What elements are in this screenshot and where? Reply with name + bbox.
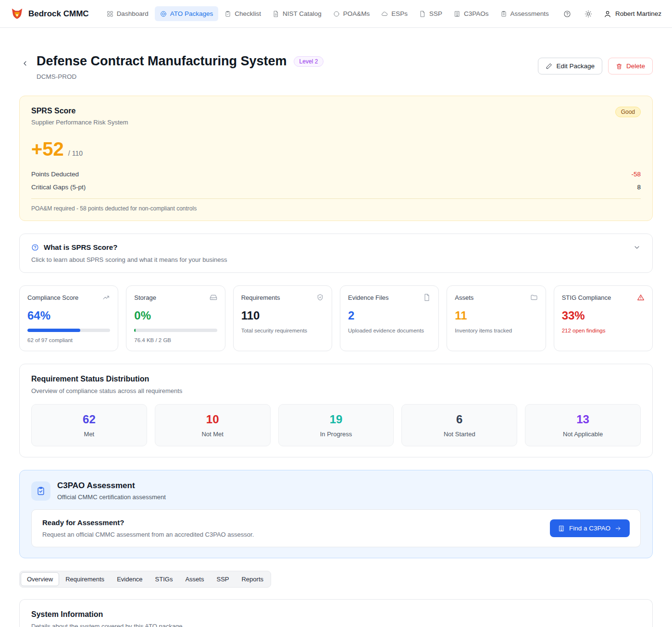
dist-value: 6	[410, 413, 509, 426]
nav-label: NIST Catalog	[283, 10, 322, 17]
stat-caption: 62 of 97 compliant	[27, 337, 110, 343]
sun-icon	[585, 10, 592, 18]
compliance-progress-bar	[27, 329, 110, 332]
progress-fill	[134, 329, 136, 332]
dist-box-in-progress: 19 In Progress	[278, 404, 394, 446]
dist-value: 62	[39, 413, 139, 426]
delete-button[interactable]: Delete	[608, 58, 653, 74]
sprs-row-value: 8	[637, 184, 641, 191]
back-button[interactable]	[19, 58, 31, 71]
pencil-icon	[546, 63, 552, 70]
topbar-actions: Robert Martinez	[561, 8, 661, 20]
tab-evidence[interactable]: Evidence	[111, 572, 149, 586]
help-button[interactable]	[561, 8, 573, 20]
brand-name: Bedrock CMMC	[28, 9, 89, 19]
title-block: Defense Contract Manufacturing System Le…	[37, 54, 324, 80]
user-menu[interactable]: Robert Martinez	[604, 10, 661, 18]
question-circle-icon	[31, 244, 39, 251]
brand: Bedrock CMMC	[11, 7, 89, 20]
nav-item-esps[interactable]: ESPs	[376, 6, 413, 21]
tab-ssp[interactable]: SSP	[210, 572, 235, 586]
edit-package-label: Edit Package	[556, 62, 595, 70]
stat-title: STIG Compliance	[562, 294, 611, 301]
nav-item-dashboard[interactable]: Dashboard	[101, 6, 154, 21]
dist-label: In Progress	[286, 430, 386, 438]
stat-title: Compliance Score	[27, 294, 78, 301]
nav-item-poams[interactable]: POA&Ms	[328, 6, 375, 21]
stat-title: Storage	[134, 294, 156, 301]
nav-item-ssp[interactable]: SSP	[414, 6, 448, 21]
file-text-icon	[273, 11, 279, 17]
nav-item-c3paos[interactable]: C3PAOs	[448, 6, 494, 21]
progress-fill	[27, 329, 80, 332]
dist-label: Not Met	[163, 430, 262, 438]
distribution-subtitle: Overview of compliance status across all…	[31, 387, 641, 394]
tab-overview[interactable]: Overview	[21, 572, 59, 586]
user-icon	[604, 10, 611, 18]
user-name: Robert Martinez	[615, 10, 661, 17]
shield-check-icon	[316, 294, 324, 301]
dist-box-not-applicable: 13 Not Applicable	[525, 404, 641, 446]
trending-up-icon	[102, 294, 110, 301]
nav-item-assessments[interactable]: Assessments	[495, 6, 554, 21]
stat-card-stig-compliance: STIG Compliance 33% 212 open findings	[554, 285, 653, 351]
page-header: Defense Contract Manufacturing System Le…	[19, 54, 653, 80]
stat-title: Requirements	[241, 294, 280, 301]
sprs-heading: SPRS Score Supplier Performance Risk Sys…	[31, 107, 128, 126]
theme-toggle-button[interactable]	[583, 8, 594, 20]
c3pao-subtitle: Official CMMC certification assessment	[57, 493, 166, 501]
sprs-score-denominator: / 110	[68, 149, 83, 157]
sprs-row-label: Points Deducted	[31, 171, 79, 178]
tab-requirements[interactable]: Requirements	[59, 572, 111, 586]
stat-card-requirements: Requirements 110 Total security requirem…	[233, 285, 332, 351]
page-title: Defense Contract Manufacturing System	[37, 54, 287, 69]
stat-card-assets: Assets 11 Inventory items tracked	[447, 285, 546, 351]
sprs-score-value: +52	[31, 138, 64, 160]
nav-label: Checklist	[235, 10, 261, 17]
tab-assets[interactable]: Assets	[179, 572, 210, 586]
nav-label: SSP	[429, 10, 442, 17]
stat-caption: 76.4 KB / 2 GB	[134, 337, 217, 343]
sprs-row-label: Critical Gaps (5-pt)	[31, 184, 86, 191]
tab-stigs[interactable]: STIGs	[149, 572, 179, 586]
c3pao-heading: C3PAO Assessment Official CMMC certifica…	[57, 481, 166, 501]
edit-package-button[interactable]: Edit Package	[538, 58, 602, 74]
hard-drive-icon	[210, 294, 217, 301]
nav-label: ESPs	[391, 10, 408, 17]
package-id: DCMS-PROD	[37, 73, 324, 80]
chevron-down-icon[interactable]	[633, 244, 641, 251]
page-content: Defense Contract Manufacturing System Le…	[0, 54, 672, 627]
nav-label: POA&Ms	[343, 10, 370, 17]
cta-title: Ready for Assessment?	[42, 518, 542, 527]
stat-value: 2	[348, 309, 431, 322]
file-icon	[423, 294, 431, 301]
stat-card-grid: Compliance Score 64% 62 of 97 compliant …	[19, 285, 653, 351]
clipboard-check-icon	[36, 486, 46, 496]
system-information-card: System Information Details about the sys…	[19, 599, 653, 627]
dist-value: 10	[163, 413, 262, 426]
system-info-subtitle: Details about the system covered by this…	[31, 623, 641, 627]
find-c3pao-button[interactable]: Find a C3PAO	[550, 519, 630, 537]
clipboard-check-icon	[224, 11, 231, 17]
nav-label: C3PAOs	[464, 10, 489, 17]
sprs-info-expander[interactable]: What is SPRS Score? Click to learn about…	[19, 234, 653, 273]
dist-label: Not Started	[410, 430, 509, 438]
chevron-left-icon	[21, 60, 29, 67]
stat-title: Assets	[455, 294, 473, 301]
tab-reports[interactable]: Reports	[235, 572, 270, 586]
system-info-title: System Information	[31, 610, 641, 619]
nav-item-checklist[interactable]: Checklist	[219, 6, 266, 21]
top-navigation-bar: Bedrock CMMC Dashboard ATO Packages Chec…	[0, 0, 672, 28]
trash-icon	[616, 63, 622, 70]
distribution-title: Requirement Status Distribution	[31, 375, 641, 383]
package-tabs: Overview Requirements Evidence STIGs Ass…	[19, 571, 271, 588]
sprs-row-points-deducted: Points Deducted -58	[31, 168, 641, 181]
level-badge: Level 2	[294, 56, 324, 67]
sprs-title: SPRS Score	[31, 107, 128, 115]
stat-value: 64%	[27, 309, 110, 322]
nav-label: ATO Packages	[170, 10, 213, 17]
stat-card-storage: Storage 0% 76.4 KB / 2 GB	[126, 285, 225, 351]
nav-item-ato-packages[interactable]: ATO Packages	[155, 6, 219, 21]
nav-item-nist-catalog[interactable]: NIST Catalog	[267, 6, 327, 21]
dashboard-icon	[107, 11, 113, 17]
